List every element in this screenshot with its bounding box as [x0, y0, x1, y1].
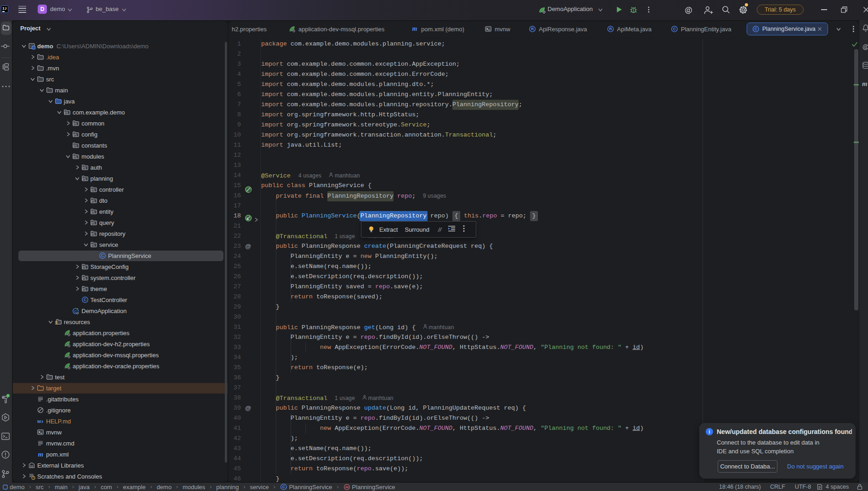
svg-text:m: m — [345, 485, 348, 489]
svg-text:R: R — [531, 27, 534, 31]
svg-text:C: C — [673, 27, 676, 31]
svg-text:M: M — [37, 419, 41, 424]
svg-text:R: R — [609, 27, 612, 31]
svg-text:C: C — [101, 253, 104, 258]
svg-text:C: C — [83, 297, 86, 302]
svg-text:C: C — [282, 485, 285, 489]
svg-text:C: C — [754, 27, 757, 31]
